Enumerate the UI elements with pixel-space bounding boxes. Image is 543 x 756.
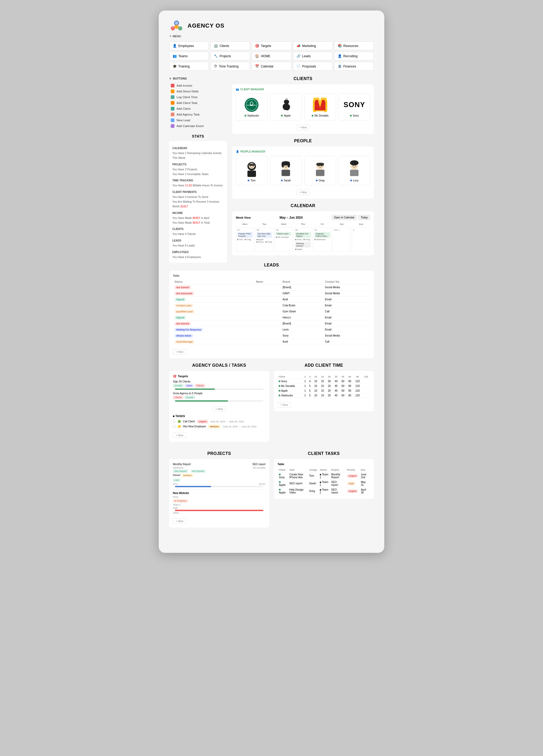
nav-marketing[interactable]: 📣Marketing <box>293 41 332 50</box>
cal-event-onboard[interactable]: Organise Client Onbo... <box>314 232 330 238</box>
task-row-1[interactable]: Sony Create New IPhone Ads Tom ■ Team 1 … <box>277 472 370 480</box>
target-2-label: Grow Agency to 5 People <box>173 392 203 395</box>
lucy-avatar <box>341 159 368 177</box>
tag-clients2: Clients <box>173 396 183 399</box>
time-col-10: 10 <box>312 375 319 379</box>
person-sarah[interactable]: Sarah <box>270 156 302 185</box>
nav-calendar[interactable]: 📅Calendar <box>252 62 291 71</box>
tasks-new-btn[interactable]: + New <box>173 433 186 438</box>
sarah-avatar <box>272 159 299 177</box>
time-col-client: Client <box>277 375 303 379</box>
cal-event-pitch[interactable]: Prepare Pitch Present... <box>237 232 253 238</box>
lead-row-7[interactable]: Not Started [Brand] Email <box>173 321 370 327</box>
cal-day-tue: Tue <box>255 222 273 226</box>
person-lucy[interactable]: Lucy <box>339 156 370 185</box>
stat-cat-clients: CLIENTS <box>172 227 224 231</box>
cal-event-ads[interactable]: Set New Sale Ads Live <box>257 232 272 238</box>
sarah-name: Sarah <box>272 179 299 182</box>
svg-point-26 <box>286 165 287 166</box>
buttons-header: + BUTTONS <box>169 76 227 81</box>
btn-new-lead[interactable]: New Lead <box>169 117 227 123</box>
nav-clients[interactable]: 🏢Clients <box>211 41 250 50</box>
lead-row-8[interactable]: Waiting For Response Levis Email <box>173 327 370 333</box>
task-row-2[interactable]: Apple SEO report Sarah ■ Team 2 SEO repo… <box>277 480 370 487</box>
btn-add-agency-task[interactable]: Add Agency Task <box>169 112 227 117</box>
task-1-dates: June 20, 2024 → June 30, 2024 <box>211 420 244 423</box>
client-starbucks[interactable]: STARBUCKS Starbucks <box>236 93 268 120</box>
apple-logo <box>272 97 299 113</box>
mcdonalds-status-dot <box>311 115 313 117</box>
page-wrapper: AGENCY OS MENU 👤Employees 🏢Clients 🎯Targ… <box>159 11 384 553</box>
lead-row-10[interactable]: Send Message Audi Call <box>173 339 370 345</box>
nav-proposals[interactable]: 📄Proposals <box>293 62 332 71</box>
btn-add-client[interactable]: Add Client <box>169 106 227 112</box>
lead-row-9[interactable]: Shown Intent Sony Social Media <box>173 333 370 339</box>
person-greg[interactable]: Greg <box>304 156 336 185</box>
task-3-priority-badge: Urgent <box>347 489 358 493</box>
btn-add-direct-debit[interactable]: Add Direct Debit <box>169 88 227 94</box>
mcdonalds-name: Mc Donalds <box>307 114 334 117</box>
lead-row-4[interactable]: Contact Later Cola Busto Email <box>173 302 370 308</box>
tasks-col-task: Task <box>288 468 308 472</box>
task-1-checkbox[interactable] <box>173 420 176 423</box>
starbucks-status-dot <box>245 115 246 117</box>
btn-add-calendar-event[interactable]: Add Calendar Event <box>169 123 227 129</box>
lead-row-3[interactable]: Signed Audi Email <box>173 296 370 302</box>
projects-new-btn[interactable]: + New <box>173 518 186 524</box>
stat-employees-1: You Have 4 Employees <box>172 255 224 260</box>
nav-resources[interactable]: 📚Resources <box>334 41 374 50</box>
lead-row-6[interactable]: Signed Harry's Email <box>173 314 370 321</box>
task-row-3[interactable]: Apple Help Design Video Greg ■ Team 2 SE… <box>277 487 370 495</box>
nav-targets[interactable]: 🎯Targets <box>252 41 291 50</box>
stat-payment-2: You Are Waiting To Receive 3 Invoices Wo… <box>172 199 224 209</box>
nav-training[interactable]: 🎓Training <box>169 62 209 71</box>
lead-row-5[interactable]: Qualified Lead Gum Shark Call <box>173 308 370 314</box>
goals-section: AGENCY GOALS / TASKS 🎯Targets Sign 20 Cl… <box>169 363 269 447</box>
svg-rect-27 <box>282 170 290 176</box>
client-mcdonalds[interactable]: Mc Donalds <box>304 93 336 120</box>
nav-employees[interactable]: 👤Employees <box>169 41 209 50</box>
lead-row-1[interactable]: Not Started [Brand] Social Media <box>173 284 370 290</box>
svg-point-18 <box>253 166 254 166</box>
btn-add-invoice[interactable]: Add Invoice <box>169 83 227 88</box>
clients-new-btn[interactable]: + New <box>296 125 310 130</box>
task-2-checkbox[interactable] <box>173 425 176 428</box>
cal-day-thu: Thu <box>294 222 312 226</box>
svg-rect-29 <box>316 163 324 166</box>
cal-event-report[interactable]: Deadline For Report <box>295 232 311 238</box>
nav-recruiting[interactable]: 👤Recruiting <box>334 52 374 60</box>
btn-log-client-time[interactable]: Log Client Time <box>169 94 227 100</box>
targets-new-btn[interactable]: + New <box>213 406 226 412</box>
tasks-col-project: Project <box>330 468 346 472</box>
tasks-col-due: Due <box>359 468 370 472</box>
task-1[interactable]: 🟢 Call Client Urgent June 20, 2024 → Jun… <box>173 420 266 423</box>
proj-pct-label: 41% <box>173 483 178 485</box>
cal-day-wed: Wed <box>274 222 293 226</box>
nav-finances[interactable]: 🏦Finances <box>334 62 374 71</box>
tag-growth2: Growth <box>185 396 195 399</box>
button-list: Add Invoice Add Direct Debit Log Client … <box>169 83 227 129</box>
lead-row-2[interactable]: Not Interested GANT Social Media <box>173 290 370 296</box>
nav-projects[interactable]: 🔧Projects <box>211 52 250 60</box>
person-tom[interactable]: Tom <box>236 156 268 185</box>
cal-event-meeting[interactable]: Meeting (Notes) <box>295 242 311 248</box>
cal-event-lunch[interactable]: Client Lunch <box>276 232 291 235</box>
nav-leads[interactable]: 🔗Leads <box>293 52 332 60</box>
goals-content: 🎯Targets Sign 20 Clients Growth Sales Cl… <box>169 371 269 442</box>
cal-month: May – Jun 2024 <box>279 216 303 219</box>
task-2[interactable]: 🟡 Hire New Employee Medium June 24, 2024… <box>173 425 266 428</box>
time-new-btn[interactable]: + New <box>277 402 291 408</box>
nav-home[interactable]: 🏠HOME <box>252 52 291 60</box>
open-calendar-btn[interactable]: Open in Calendar <box>331 215 357 220</box>
leads-new-btn[interactable]: + New <box>173 349 186 355</box>
clients-section-title: CLIENTS <box>232 76 374 81</box>
calendar-icon <box>171 124 175 128</box>
nav-time-tracking[interactable]: ⏱Time Tracking <box>211 62 250 71</box>
client-apple[interactable]: Apple <box>270 93 302 120</box>
nav-teams[interactable]: 👥Teams <box>169 52 209 60</box>
people-new-btn[interactable]: + New <box>296 190 310 195</box>
today-btn[interactable]: Today <box>358 215 370 220</box>
btn-add-client-task[interactable]: Add Client Task <box>169 100 227 106</box>
client-sony[interactable]: SONY Sony <box>339 93 370 120</box>
projects-content: Monthly Report SEO report Starbucks Mc D… <box>169 459 269 528</box>
